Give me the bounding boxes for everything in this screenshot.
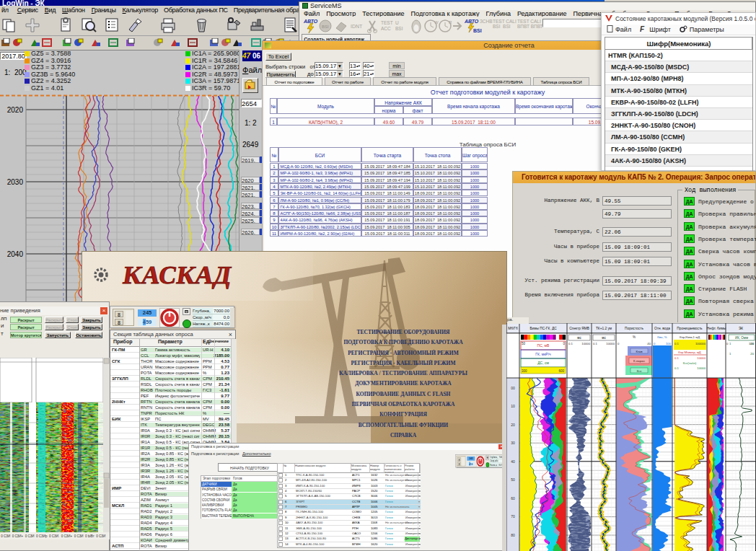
svg-text:Кнг(табл): Кнг(табл)	[683, 361, 697, 365]
svg-text:ИК, Омм: ИК, Омм	[735, 336, 748, 340]
svg-text:100000: 100000	[695, 342, 706, 345]
svg-text:мс: мс	[577, 336, 581, 340]
svg-text:10000: 10000	[697, 366, 706, 370]
svg-text:Проницаемость: Проницаемость	[677, 327, 703, 330]
svg-text:40: 40	[511, 459, 515, 464]
svg-text:600: 600	[558, 369, 564, 373]
svg-text:10000: 10000	[581, 342, 590, 345]
svg-text:20: 20	[750, 342, 754, 345]
svg-text:Нефт. бимы: Нефт. бимы	[707, 327, 726, 330]
svg-text:Кпр,Кtим,1 мД: Кпр,Кtим,1 мД	[680, 335, 700, 339]
svg-text:Спектр ЯМВ: Спектр ЯМВ	[569, 327, 589, 330]
svg-text:BSI: BSI	[473, 28, 482, 33]
svg-text:U: U	[395, 20, 399, 25]
svg-text:КАСКАД: КАСКАД	[121, 261, 233, 289]
svg-text:Кпр Мtимер, мД: Кпр Мtимер, мД	[678, 351, 701, 354]
svg-text:50: 50	[522, 342, 526, 345]
svg-text:2030: 2030	[7, 178, 24, 186]
svg-text:40: 40	[647, 342, 651, 345]
svg-text:ACC: ACC	[381, 26, 391, 31]
svg-text:IDNT: IDNT	[351, 24, 363, 29]
svg-text:АВТО: АВТО	[303, 19, 318, 24]
svg-text:70: 70	[511, 514, 515, 519]
svg-text:20: 20	[511, 423, 515, 427]
svg-text:0.1: 0.1	[568, 342, 573, 345]
svg-text:Мб/Гб: Мб/Гб	[508, 327, 518, 330]
svg-text:ПС, мВ: ПС, мВ	[537, 343, 550, 348]
svg-text:2020: 2020	[7, 106, 24, 114]
svg-text:60: 60	[511, 496, 515, 501]
svg-text:100: 100	[666, 342, 672, 345]
svg-text:Пористость: Пористость	[625, 327, 643, 330]
svg-text:20: 20	[750, 352, 754, 356]
svg-text:ТК+1.2 ум: ТК+1.2 ум	[596, 327, 612, 330]
svg-text:0.1: 0.1	[593, 342, 597, 345]
svg-text:%: %	[633, 335, 636, 339]
svg-text:Ктов: Ктов	[636, 350, 643, 353]
svg-text:ГК, мкР/ч: ГК, мкР/ч	[535, 352, 551, 356]
svg-text:50: 50	[511, 477, 515, 482]
svg-text:00: 00	[511, 386, 515, 390]
svg-text:300: 300	[522, 369, 527, 373]
svg-text:10000: 10000	[697, 356, 706, 360]
svg-text:ЭК: ЭК	[739, 327, 743, 330]
svg-text:мс: мс	[602, 336, 606, 340]
svg-text:BSI: BSI	[322, 25, 329, 29]
svg-text:Отн. вода: Отн. вода	[654, 327, 670, 330]
svg-text:TEST: TEST	[381, 20, 393, 25]
svg-text:Кгл: Кгл	[637, 369, 642, 373]
svg-text:BSI: BSI	[395, 26, 403, 31]
svg-text:F: F	[640, 25, 645, 32]
svg-text:10: 10	[511, 404, 515, 408]
svg-text:0.1: 0.1	[674, 366, 679, 370]
svg-text:К-порон: К-порон	[633, 359, 645, 363]
svg-text:Бимы ПС-ГК, ДС: Бимы ПС-ГК, ДС	[529, 327, 557, 330]
svg-text:0.1: 0.1	[674, 356, 679, 360]
svg-text:10000: 10000	[606, 342, 615, 345]
svg-text:ДС, см: ДС, см	[537, 361, 549, 365]
svg-text:2040: 2040	[7, 250, 24, 258]
svg-text:Кво, %: Кво, %	[657, 335, 667, 339]
svg-text:0.1: 0.1	[674, 342, 679, 345]
svg-text:30: 30	[511, 441, 515, 445]
svg-text:80: 80	[511, 533, 515, 537]
